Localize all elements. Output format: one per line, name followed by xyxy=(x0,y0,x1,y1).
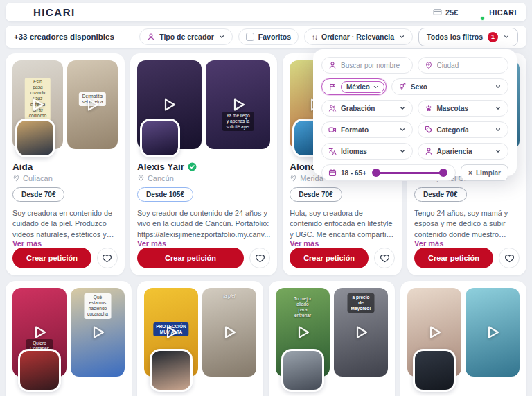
favorites-toggle[interactable]: Favoritos xyxy=(238,28,299,45)
city-search-input[interactable] xyxy=(437,62,502,69)
video-thumbnail[interactable] xyxy=(466,288,520,377)
location-pin-icon xyxy=(290,174,297,182)
country-value: México xyxy=(346,83,370,91)
slider-handle-max[interactable] xyxy=(439,169,447,177)
video-thumbnail[interactable]: la piel xyxy=(202,288,256,377)
creator-avatar[interactable] xyxy=(281,349,324,392)
creator-name: Aida xyxy=(12,162,33,172)
name-search-input[interactable] xyxy=(341,62,406,69)
favorites-checkbox[interactable] xyxy=(246,33,254,41)
city-search-field[interactable] xyxy=(418,57,509,74)
creator-description: Hola, soy creadora de contenido enfocada… xyxy=(290,208,395,239)
see-more-link[interactable]: Ver más xyxy=(12,239,118,248)
format-label: Formato xyxy=(341,126,369,134)
create-request-button[interactable]: Crear petición xyxy=(414,248,493,268)
video-thumbnail[interactable]: Dermatitis seborreica xyxy=(67,60,118,149)
sort-dropdown[interactable]: ↑↓ Ordenar · Relevancia xyxy=(304,28,413,45)
wallet-balance[interactable]: 25€ xyxy=(433,8,458,17)
pets-dropdown[interactable]: Mascotas xyxy=(418,100,509,117)
gender-icon xyxy=(398,83,407,91)
chevron-down-icon xyxy=(218,33,225,40)
slider-handle-min[interactable] xyxy=(372,169,380,177)
location-pin-icon xyxy=(12,174,20,182)
age-range-filter: 18 - 65+ xyxy=(321,164,456,181)
clear-label: Limpiar xyxy=(476,169,501,177)
video-thumbnail[interactable]: Qué estamos haciendo cucaracha xyxy=(71,288,125,377)
video-thumbnail[interactable]: a precio de Mayoreo! xyxy=(334,288,388,377)
favorite-heart-button[interactable] xyxy=(97,248,118,268)
play-icon xyxy=(484,324,501,341)
languages-dropdown[interactable]: Idiomas xyxy=(321,143,413,160)
video-camera-icon xyxy=(328,126,337,134)
creator-card-aida: Esto pasa cuando usas cafeína en tu cont… xyxy=(6,53,125,275)
creator-avatar[interactable] xyxy=(140,119,180,157)
creator-card: PROTECCIÓN MUY ALTA la piel xyxy=(137,281,263,396)
play-icon xyxy=(161,96,177,113)
video-caption: la piel xyxy=(221,292,238,300)
creator-card xyxy=(400,281,526,396)
video-thumbnail[interactable]: Ya me llegó y apenas la solicité ayer xyxy=(206,60,270,149)
create-request-button[interactable]: Crear petición xyxy=(137,248,244,268)
appearance-label: Apariencia xyxy=(437,148,472,155)
slider-track xyxy=(373,172,446,175)
country-filter[interactable]: México xyxy=(321,78,387,95)
creator-avatar[interactable] xyxy=(18,349,61,392)
creator-avatar[interactable] xyxy=(150,349,193,392)
user-avatar xyxy=(469,5,484,20)
see-more-link[interactable]: Ver más xyxy=(414,239,520,248)
heart-icon xyxy=(102,253,112,264)
format-dropdown[interactable]: Formato xyxy=(321,121,413,138)
play-icon xyxy=(426,324,443,341)
name-search-field[interactable] xyxy=(321,57,413,74)
chevron-down-icon xyxy=(495,83,502,90)
creator-description: Soy creadora en contenido de cuidado de … xyxy=(12,208,118,239)
heart-icon xyxy=(255,253,265,264)
price-badge: Desde 70€ xyxy=(290,187,342,202)
video-caption: a precio de Mayoreo! xyxy=(348,293,375,313)
clear-filters-button[interactable]: × Limpiar xyxy=(461,164,508,181)
brand-logo[interactable]: HICARI xyxy=(15,6,76,19)
favorite-heart-button[interactable] xyxy=(249,248,270,268)
category-dropdown[interactable]: Categoría xyxy=(418,121,509,138)
person-icon xyxy=(425,147,433,155)
sort-arrows-icon: ↑↓ xyxy=(312,33,317,41)
see-more-link[interactable]: Ver más xyxy=(137,239,270,248)
online-status-dot xyxy=(480,16,485,21)
price-badge: Desde 70€ xyxy=(12,187,64,202)
creator-card-alexis: Ya me llegó y apenas la solicité ayer Al… xyxy=(130,53,277,275)
search-person-icon xyxy=(328,61,337,69)
favorite-heart-button[interactable] xyxy=(374,248,395,268)
chevron-down-icon xyxy=(399,126,406,133)
chevron-down-icon xyxy=(495,126,502,133)
create-request-button[interactable]: Crear petición xyxy=(290,248,369,268)
all-filters-button[interactable]: Todos los filtros 1 xyxy=(418,28,518,46)
favorite-heart-button[interactable] xyxy=(499,248,520,268)
age-range-slider[interactable] xyxy=(373,169,446,177)
category-label: Categoría xyxy=(437,126,469,134)
location-pin-icon xyxy=(137,174,145,182)
calendar-icon xyxy=(328,169,337,177)
creator-description: Tengo 24 años, soy mamá y esposa y me de… xyxy=(414,208,520,239)
play-icon xyxy=(29,96,46,113)
create-request-button[interactable]: Crear petición xyxy=(12,248,91,268)
user-menu[interactable]: HICARI xyxy=(469,5,517,20)
app-header: HICARI 25€ HICARI xyxy=(6,3,526,21)
creator-avatar[interactable] xyxy=(413,349,456,392)
video-caption: Qué estamos haciendo cucaracha xyxy=(85,293,112,319)
people-icon xyxy=(328,104,337,112)
sex-dropdown[interactable]: Sexo xyxy=(391,78,508,95)
play-icon xyxy=(221,324,238,341)
creator-type-dropdown[interactable]: Tipo de creador xyxy=(139,28,233,45)
play-icon xyxy=(31,324,48,341)
clear-x-icon: × xyxy=(468,169,472,177)
country-selected-chip[interactable]: México xyxy=(341,81,384,93)
see-more-link[interactable]: Ver más xyxy=(290,239,395,248)
creator-avatar[interactable] xyxy=(15,119,55,157)
play-icon xyxy=(353,324,369,341)
sex-label: Sexo xyxy=(411,83,427,91)
recording-dropdown[interactable]: Grabación xyxy=(321,100,413,117)
video-caption: Ya me llegó y apenas la solicité ayer xyxy=(222,112,254,131)
wallet-icon xyxy=(433,8,442,17)
appearance-dropdown[interactable]: Apariencia xyxy=(418,143,509,160)
creator-grid-row-2: Quiero Contarles Cómo Qué estamos hacien… xyxy=(6,281,526,396)
